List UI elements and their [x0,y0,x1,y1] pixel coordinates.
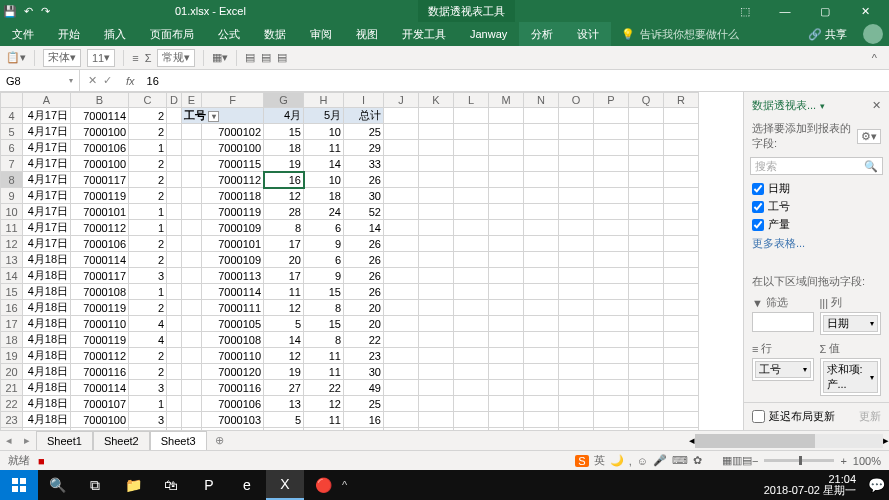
cell[interactable]: 10 [304,124,344,140]
column-header[interactable]: C [129,93,167,108]
cell[interactable]: 26 [344,268,384,284]
paste-icon[interactable]: 📋▾ [6,51,26,64]
cell[interactable]: 14 [264,332,304,348]
column-header[interactable]: R [664,93,699,108]
cell[interactable]: 16 [264,172,304,188]
cell[interactable]: 7000101 [202,236,264,252]
new-sheet-button[interactable]: ⊕ [207,434,232,447]
cell[interactable]: 4月17日 [23,124,71,140]
cell[interactable]: 7000100 [71,124,129,140]
cell[interactable]: 7000113 [202,268,264,284]
cell[interactable]: 4月18日 [23,428,71,431]
cell[interactable]: 22 [344,332,384,348]
cell[interactable]: 4月18日 [23,284,71,300]
tab-nav-prev-icon[interactable]: ◂ [0,434,18,447]
cell[interactable]: 4月17日 [23,156,71,172]
cell[interactable]: 4月18日 [23,332,71,348]
column-header[interactable]: A [23,93,71,108]
cell[interactable]: 7000116 [202,380,264,396]
cell[interactable]: 13 [264,396,304,412]
more-tables-link[interactable]: 更多表格... [752,236,881,251]
cell[interactable]: 4月18日 [23,412,71,428]
styles-icon[interactable]: ▦▾ [212,51,228,64]
cell[interactable]: 4月18日 [23,364,71,380]
column-header[interactable]: B [71,93,129,108]
cell[interactable]: 11 [304,412,344,428]
column-header[interactable]: D [167,93,182,108]
tab-addin[interactable]: Janway [458,22,519,46]
row-header[interactable]: 12 [1,236,23,252]
cell[interactable]: 11 [304,364,344,380]
row-header[interactable]: 15 [1,284,23,300]
field-checkbox[interactable] [752,183,764,195]
cell[interactable]: 4月18日 [23,316,71,332]
zoom-out-button[interactable]: − [752,455,758,467]
cell[interactable]: 8 [304,428,344,431]
cell[interactable]: 2 [129,364,167,380]
cell[interactable]: 8 [264,220,304,236]
format-icon[interactable]: ▤ [277,51,287,64]
cell[interactable]: 7000119 [71,300,129,316]
cell[interactable]: 1 [129,428,167,431]
cell[interactable]: 12 [264,188,304,204]
pivot-col-header[interactable]: 总计 [344,108,384,124]
tab-layout[interactable]: 页面布局 [138,22,206,46]
cell[interactable]: 25 [344,396,384,412]
cell[interactable]: 7000101 [71,204,129,220]
start-button[interactable] [0,470,38,500]
cell[interactable]: 1 [129,140,167,156]
ribbon-collapse-icon[interactable]: ^ [866,52,883,64]
cell[interactable]: 4月18日 [23,300,71,316]
row-header[interactable]: 5 [1,124,23,140]
column-header[interactable]: N [524,93,559,108]
cell[interactable]: 25 [344,124,384,140]
zoom-in-button[interactable]: + [840,455,846,467]
row-header[interactable]: 10 [1,204,23,220]
cell[interactable]: 7000119 [202,204,264,220]
minimize-button[interactable]: — [765,5,805,18]
insert-icon[interactable]: ▤ [245,51,255,64]
cell[interactable]: 20 [344,428,384,431]
column-header[interactable]: E [182,93,202,108]
cell[interactable]: 7000109 [202,252,264,268]
tab-formulas[interactable]: 公式 [206,22,252,46]
column-header[interactable]: P [594,93,629,108]
row-header[interactable]: 24 [1,428,23,431]
cell[interactable]: 9 [304,236,344,252]
excel-taskbar-icon[interactable]: X [266,470,304,500]
cell[interactable]: 9 [304,268,344,284]
cell[interactable]: 4月17日 [23,236,71,252]
row-header[interactable]: 19 [1,348,23,364]
cell[interactable]: 7000114 [71,380,129,396]
notification-icon[interactable]: 💬 [864,470,889,500]
row-header[interactable]: 16 [1,300,23,316]
cell[interactable]: 7000114 [202,284,264,300]
tab-view[interactable]: 视图 [344,22,390,46]
cell[interactable]: 6 [304,252,344,268]
cell[interactable]: 24 [304,204,344,220]
pivot-row-label[interactable]: 工号▾ [182,108,264,124]
cell[interactable]: 11 [304,140,344,156]
zoom-level[interactable]: 100% [853,455,881,467]
cell[interactable]: 7000112 [71,348,129,364]
cell[interactable]: 7000111 [202,300,264,316]
cell[interactable]: 20 [344,316,384,332]
cell[interactable]: 4 [129,316,167,332]
cell[interactable]: 7000105 [202,316,264,332]
cell[interactable]: 17 [264,268,304,284]
cell[interactable]: 20 [344,300,384,316]
cell[interactable]: 30 [344,364,384,380]
taskbar-clock[interactable]: 21:042018-07-02 星期一 [756,474,864,496]
defer-layout-checkbox[interactable] [752,410,765,423]
cell[interactable]: 30 [344,188,384,204]
column-header[interactable]: I [344,93,384,108]
view-break-icon[interactable]: ▤ [742,454,752,467]
cell[interactable]: 26 [344,284,384,300]
cell[interactable]: 2 [129,252,167,268]
field-checkbox[interactable] [752,219,764,231]
field-search[interactable]: 搜索🔍 [750,157,883,175]
cancel-fx-icon[interactable]: ✕ [88,74,97,87]
quicksave-icon[interactable]: 💾 [0,5,20,18]
cell[interactable]: 10 [304,172,344,188]
column-header[interactable]: L [454,93,489,108]
